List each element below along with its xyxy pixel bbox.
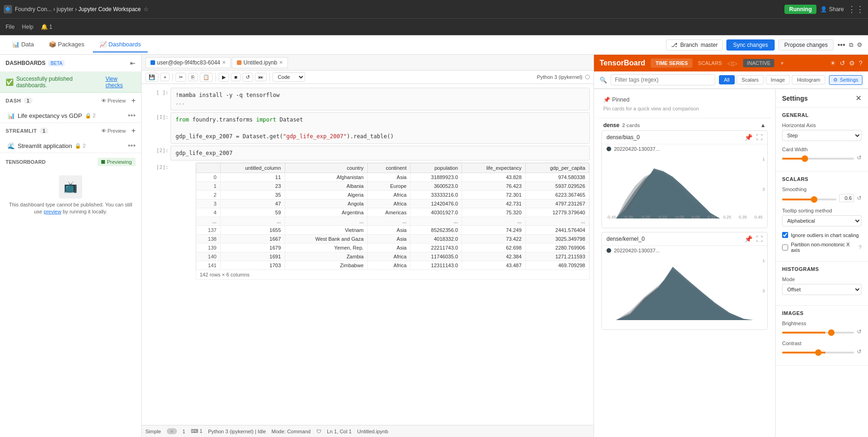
tensorboard-main: 📌 Pinned Pin cards for a quick view and … — [594, 89, 775, 437]
branch-icon: ⎇ — [671, 42, 678, 48]
brightness-icon[interactable]: ☀ — [830, 59, 836, 67]
dash-section-header: DASH 1 👁 Preview + — [0, 93, 141, 109]
pin-kernel-icon[interactable]: 📌 — [744, 235, 752, 243]
help-icon[interactable]: ? — [859, 59, 862, 67]
tb-settings-btn[interactable]: ⚙ Settings — [829, 75, 862, 85]
streamlit-list-item[interactable]: 🌊 Streamlit application 🔒 2 ••• — [0, 139, 141, 153]
card-width-slider[interactable] — [782, 158, 854, 160]
filter-image-btn[interactable]: Image — [766, 75, 790, 84]
settings-icon[interactable]: ⚙ — [857, 41, 862, 48]
pin-card-icon[interactable]: 📌 — [744, 134, 752, 141]
tb-nav-scalars[interactable]: SCALARS — [693, 58, 726, 68]
breadcrumb-jupyter[interactable]: jupyter — [57, 6, 73, 13]
streamlit-add-btn[interactable]: + — [131, 127, 136, 135]
dense-collapse-btn[interactable]: ▲ — [760, 122, 766, 129]
file-menu[interactable]: File — [6, 24, 14, 30]
stop-btn[interactable]: ■ — [231, 73, 241, 81]
run-btn[interactable]: ▶ — [219, 73, 229, 82]
partition-x-axis-checkbox[interactable] — [782, 244, 788, 251]
tab-dashboards[interactable]: 📈 Dashboards — [93, 37, 148, 52]
streamlit-preview-btn[interactable]: 👁 Preview — [99, 127, 128, 135]
footer-shield-icon: 🛡 — [316, 429, 321, 434]
branch-selector[interactable]: ⎇ Branch master — [666, 39, 723, 51]
dense-section-header: dense 2 cards ▲ — [601, 120, 768, 130]
card-width-reset[interactable]: ↺ — [857, 154, 861, 161]
streamlit-section-header: STREAMLIT 1 👁 Preview + — [0, 122, 141, 139]
tooltip-method-select[interactable]: Alphabetical — [782, 215, 861, 226]
notifications-btn[interactable]: 🔔 1 — [41, 24, 52, 30]
smoothing-reset[interactable]: ↺ — [857, 195, 861, 201]
propose-button[interactable]: Propose changes — [778, 39, 834, 51]
copy-btn[interactable]: ⎘ — [188, 73, 198, 81]
share-button[interactable]: 👤 Share — [820, 6, 844, 13]
terminal-tab-close[interactable]: ✕ — [222, 60, 226, 65]
restart-btn[interactable]: ↺ — [242, 73, 253, 82]
add-cell-btn[interactable]: + — [160, 73, 170, 81]
dash-item-more[interactable]: ••• — [128, 111, 136, 120]
streamlit-item-more[interactable]: ••• — [128, 141, 136, 150]
search-input[interactable] — [611, 74, 715, 85]
filter-all-btn[interactable]: All — [719, 75, 735, 84]
restart-run-btn[interactable]: ⏭ — [255, 73, 267, 81]
dash-item-name: Life expectancy vs GDP — [18, 112, 82, 119]
success-icon: ✅ — [6, 78, 13, 86]
notebook-tab-close[interactable]: ✕ — [279, 60, 283, 65]
tb-nav-prev[interactable]: ◁ — [727, 58, 732, 68]
view-checks-link[interactable]: View checks — [105, 76, 136, 89]
fullscreen-kernel-icon[interactable]: ⛶ — [756, 235, 763, 243]
settings-close-btn[interactable]: ✕ — [855, 94, 861, 103]
help-menu[interactable]: Help — [22, 24, 33, 30]
bell-icon: 🔔 — [41, 24, 48, 30]
contrast-reset[interactable]: ↺ — [857, 348, 861, 355]
filter-histogram-btn[interactable]: Histogram — [792, 75, 825, 84]
fullscreen-icon[interactable]: ⛶ — [756, 134, 763, 141]
general-settings-section: GENERAL Horizontal Axis Step Card Width — [776, 108, 868, 172]
kernel-legend-dot — [607, 248, 611, 253]
cell-type-select[interactable]: Code — [273, 72, 305, 82]
dash-preview-btn[interactable]: 👁 Preview — [99, 97, 128, 104]
window-icon[interactable]: ⧉ — [849, 41, 853, 49]
tensorboard-preview-link[interactable]: preview — [44, 209, 61, 214]
tb-nav-timeseries[interactable]: TIME SERIES — [651, 58, 692, 68]
brightness-reset[interactable]: ↺ — [857, 328, 861, 335]
dense-bias-actions: 📌 ⛶ — [744, 134, 763, 141]
jupyter-tab-terminal[interactable]: user@dep-9f4fbc83-6044 ✕ — [145, 57, 231, 68]
smoothing-slider-row: ↺ — [782, 194, 861, 202]
tb-nav-next[interactable]: ▷ — [733, 58, 737, 68]
toolbar-divider-2 — [215, 73, 216, 81]
tb-settings-icon[interactable]: ⚙ — [849, 59, 855, 67]
breadcrumb-foundry[interactable]: Foundry Con... — [15, 6, 52, 13]
help-tooltip-icon[interactable]: ? — [859, 244, 861, 250]
histogram-mode-select[interactable]: Offset — [782, 284, 861, 295]
dense-kernel-header: dense/kernel_0 📌 ⛶ — [602, 232, 767, 246]
cell-1-content[interactable]: !mamba install -y -q tensorflow ... — [170, 88, 590, 110]
brightness-slider[interactable] — [782, 332, 854, 334]
collapse-panel-icon[interactable]: ⇤ — [130, 59, 136, 67]
jupyter-tab-notebook[interactable]: Untitled.ipynb ✕ — [232, 57, 288, 68]
horizontal-axis-select[interactable]: Step — [782, 130, 861, 141]
more-options-icon[interactable]: ••• — [837, 41, 845, 49]
top-bar-right: Running 👤 Share ⋮⋮ — [784, 4, 864, 14]
dash-add-btn[interactable]: + — [131, 96, 136, 105]
smoothing-slider[interactable] — [782, 199, 836, 200]
save-btn[interactable]: 💾 — [145, 73, 158, 82]
tab-data[interactable]: 📊 Data — [6, 37, 40, 52]
paste-btn[interactable]: 📋 — [200, 73, 213, 82]
contrast-slider-container — [782, 348, 854, 355]
sync-button[interactable]: Sync changes — [726, 39, 774, 51]
menu-icon[interactable]: ⋮⋮ — [848, 4, 864, 14]
cell-2-content[interactable]: from foundry.transforms import Dataset g… — [170, 112, 590, 144]
smoothing-value-input[interactable] — [839, 194, 854, 202]
refresh-icon[interactable]: ↺ — [840, 59, 845, 67]
filter-scalars-btn[interactable]: Scalars — [737, 75, 764, 84]
toggle-switch[interactable]: ○ — [167, 428, 177, 434]
dash-list-item[interactable]: 📊 Life expectancy vs GDP 🔒 2 ••• — [0, 109, 141, 122]
cut-btn[interactable]: ✂ — [176, 73, 186, 82]
contrast-slider[interactable] — [782, 352, 854, 353]
branch-name: master — [701, 42, 718, 48]
star-icon[interactable]: ☆ — [144, 6, 149, 13]
tab-packages[interactable]: 📦 Packages — [42, 37, 91, 52]
smoothing-label: Smoothing — [782, 186, 861, 192]
cell-3-content[interactable]: gdp_life_exp_2007 — [170, 146, 590, 161]
ignore-outliers-checkbox[interactable] — [782, 232, 788, 238]
